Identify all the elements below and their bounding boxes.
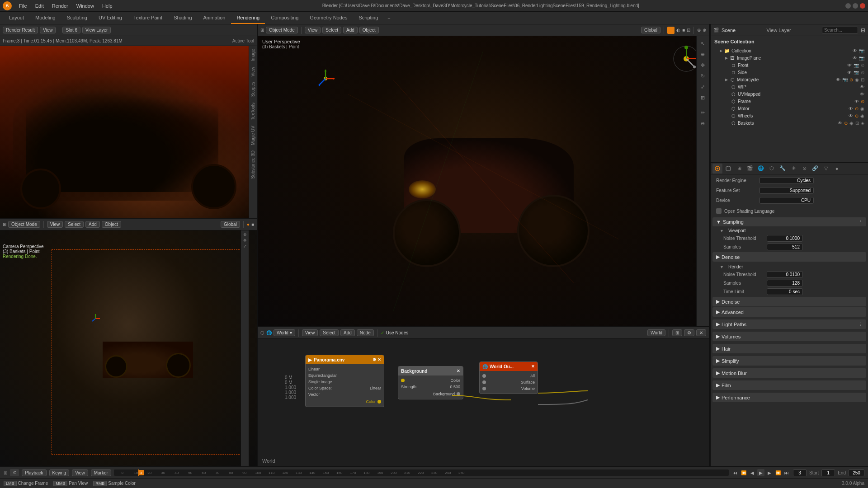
simplify-header[interactable]: ▶ Simplify — [712, 356, 866, 366]
eye-icon-4[interactable]: 👁 — [847, 70, 852, 75]
motorcycle-item[interactable]: ▶ ⬡ Motorcycle 👁 📷 ⊙ ◉ ⊡ — [712, 76, 866, 83]
particle-props-icon[interactable]: ✳ — [788, 164, 798, 174]
keying-menu[interactable]: Keying — [49, 469, 70, 476]
shading-wire[interactable]: ⊡ — [687, 28, 690, 33]
eye-icon-3[interactable]: 👁 — [847, 63, 852, 68]
next-keyframe-btn[interactable]: ▶ — [766, 469, 773, 476]
light-paths-header[interactable]: ▶ Light Paths ⋮ — [712, 319, 866, 329]
data-props-icon[interactable]: ▽ — [821, 164, 831, 174]
eye-icon-11[interactable]: 👁 — [838, 121, 842, 126]
wheels-icon-extra[interactable]: ⊙ — [855, 113, 859, 118]
node-snap-btn[interactable]: ⊞ — [672, 329, 682, 336]
uvmapped-item[interactable]: ⬡ UVMapped 👁 — [712, 90, 866, 98]
substance3d-tab[interactable]: Substance 3D — [250, 148, 256, 182]
timeline-track[interactable]: 3 0 10 20 30 40 50 60 70 80 90 100 110 1… — [114, 469, 729, 476]
magicuv-tab[interactable]: Magic UV — [250, 123, 256, 148]
render-engine-dropdown[interactable]: Cycles — [760, 177, 814, 184]
denoise-header-2[interactable]: ▶ Denoise — [712, 297, 866, 306]
select-btn-vp[interactable]: Select — [65, 221, 84, 228]
eye-icon-7[interactable]: 👁 — [860, 92, 864, 97]
panorama-env-node[interactable]: ▶ Panorama.env ⚙ ✕ Linear Equirectangula… — [305, 355, 384, 407]
front-item[interactable]: □ Front 👁 📷 ⊙ — [712, 61, 866, 69]
end-frame-input[interactable]: 250 — [849, 469, 864, 476]
slot-button[interactable]: Slot 6 — [62, 27, 80, 33]
global-btn[interactable]: Global — [221, 221, 240, 228]
tab-compositing[interactable]: Compositing — [265, 12, 304, 24]
sampling-options[interactable]: ⋮ — [859, 220, 863, 224]
advanced-header[interactable]: ▶ Advanced — [712, 307, 866, 317]
play-btn[interactable]: ▶ — [757, 469, 764, 476]
scale-tool[interactable]: ⤢ — [698, 82, 708, 91]
render-restrict-3[interactable]: ⊙ — [861, 63, 864, 68]
baskets-icon-extra[interactable]: ⊙ — [844, 121, 848, 126]
modifier-props-icon[interactable]: 🔧 — [778, 164, 788, 174]
center-select-btn[interactable]: Select — [322, 27, 341, 33]
gizmo-btn[interactable]: ⊕ — [703, 28, 706, 33]
motion-blur-header[interactable]: ▶ Motion Blur — [712, 368, 866, 378]
close-button[interactable] — [860, 3, 865, 9]
add-btn[interactable]: Add — [85, 221, 100, 228]
camera-restrict-2[interactable]: 📷 — [859, 56, 864, 61]
render-result-button[interactable]: Render Result — [3, 27, 38, 33]
denoise-header-1[interactable]: ▶ Denoise — [712, 252, 866, 262]
start-frame-input[interactable]: 1 — [821, 469, 835, 476]
overlay-btn[interactable]: ⊛ — [697, 28, 701, 33]
node-settings-btn[interactable]: ⚙ — [684, 329, 694, 336]
view-layer-button[interactable]: View Layer — [82, 27, 111, 33]
menu-window[interactable]: Window — [73, 2, 98, 9]
wip-item[interactable]: ⬡ WIP 👁 — [712, 83, 866, 90]
wheels-extra-2[interactable]: ◉ — [860, 113, 864, 118]
transform-tool[interactable]: ⊞ — [698, 93, 708, 102]
render-samples-value[interactable]: 128 — [767, 280, 803, 286]
side-item[interactable]: □ Side 👁 📷 ⊙ — [712, 69, 866, 76]
view-button[interactable]: View — [40, 27, 56, 33]
render-restrict-4[interactable]: ⊙ — [861, 70, 864, 75]
eye-icon-5[interactable]: 👁 — [836, 77, 840, 82]
select-tool[interactable]: ↖ — [698, 39, 708, 48]
camera-restrict-3[interactable]: 📷 — [854, 63, 859, 68]
world-output-options[interactable]: ✕ — [531, 364, 535, 369]
annotate-tool[interactable]: ✏ — [698, 108, 708, 117]
tab-modeling[interactable]: Modeling — [30, 12, 61, 24]
scene-search-input[interactable] — [822, 27, 858, 33]
center-view-btn[interactable]: View — [305, 27, 321, 33]
tab-layout[interactable]: Layout — [4, 12, 29, 24]
camera-restrict-5[interactable]: 📷 — [842, 77, 848, 82]
vp-side-icon-1[interactable]: ⊕ — [243, 232, 247, 237]
eye-icon-2[interactable]: 👁 — [853, 56, 857, 61]
shading-dot[interactable]: ● — [247, 222, 250, 227]
menu-edit[interactable]: Edit — [32, 2, 47, 9]
baskets-extra-4[interactable]: ◈ — [861, 121, 864, 126]
tab-geometry-nodes[interactable]: Geometry Nodes — [304, 12, 353, 24]
node-select-btn[interactable]: Select — [320, 329, 339, 336]
image-plane-item[interactable]: ▶ 🖼 ImagePlane 👁 📷 — [712, 54, 866, 61]
jump-end-btn[interactable]: ⏭ — [783, 469, 790, 476]
world-dropdown[interactable]: World ▾ — [274, 329, 295, 336]
menu-file[interactable]: File — [15, 2, 31, 9]
viewport-samples-value[interactable]: 512 — [767, 244, 803, 250]
measure-tool[interactable]: ⊖ — [698, 119, 708, 128]
menu-help[interactable]: Help — [99, 2, 116, 9]
wheels-item[interactable]: ⬡ Wheels 👁 ⊙ ◉ — [712, 112, 866, 119]
minimize-button[interactable] — [845, 3, 851, 9]
device-dropdown[interactable]: CPU — [760, 197, 814, 204]
node-view-btn[interactable]: View — [302, 329, 318, 336]
scene-props-icon[interactable]: 🎬 — [745, 164, 755, 174]
film-header[interactable]: ▶ Film — [712, 380, 866, 390]
tab-animation[interactable]: Animation — [198, 12, 231, 24]
tab-rendering[interactable]: Rendering — [231, 12, 265, 24]
render-noise-value[interactable]: 0.0100 — [767, 271, 803, 278]
tab-sculpting[interactable]: Sculpting — [61, 12, 93, 24]
tab-texture-paint[interactable]: Texture Paint — [128, 12, 168, 24]
maximize-button[interactable] — [853, 3, 858, 9]
volumes-header[interactable]: ▶ Volumes — [712, 332, 866, 341]
shading-solid-btn[interactable]: ■ — [682, 28, 685, 33]
feature-set-dropdown[interactable]: Supported — [760, 187, 814, 194]
collection-item[interactable]: ▶ 📁 Collection 👁 📷 — [712, 47, 866, 54]
scopes-tab[interactable]: Scopes — [250, 79, 256, 99]
eye-icon-1[interactable]: 👁 — [853, 48, 857, 53]
world-props-icon[interactable]: 🌐 — [756, 164, 766, 174]
current-frame-display[interactable]: 3 — [793, 469, 807, 476]
baskets-extra-2[interactable]: ◉ — [849, 121, 854, 126]
time-limit-value[interactable]: 0 sec — [767, 288, 803, 295]
